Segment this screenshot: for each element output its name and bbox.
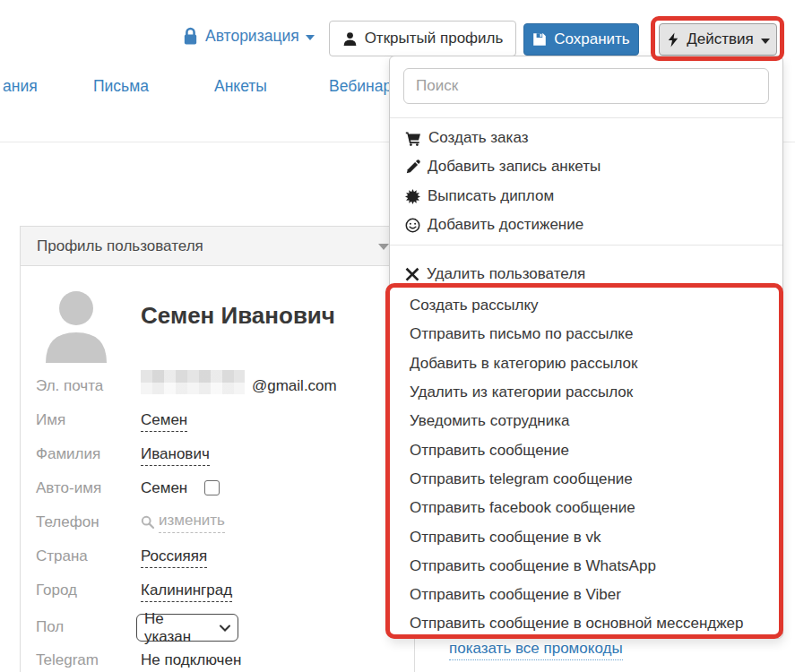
menu-item-add-achievement[interactable]: Добавить достижение [390, 211, 782, 239]
caret-down-icon [306, 35, 315, 40]
menu-item-label: Добавить запись анкеты [428, 158, 601, 176]
menu-item-label: Отправить письмо по рассылке [410, 325, 633, 343]
first-name-label: Имя [36, 411, 65, 429]
save-label: Сохранить [554, 30, 629, 48]
times-icon [405, 267, 419, 281]
menu-item-add-survey-record[interactable]: Добавить запись анкеты [390, 152, 782, 181]
gender-selected-value: Не указан [144, 610, 212, 646]
menu-item-label: Отправить сообщение в WhatsApp [410, 557, 656, 575]
menu-item-label: Отправить сообщение в Viber [410, 586, 621, 604]
divider [390, 117, 782, 118]
chevron-down-icon[interactable] [378, 244, 389, 250]
auto-name-checkbox[interactable] [204, 480, 220, 495]
magnifier-icon [141, 515, 155, 530]
menu-item-label: Отправить telegram сообщение [410, 470, 633, 488]
menu-item-label: Добавить в категорию рассылок [410, 355, 637, 373]
floppy-icon [532, 32, 547, 47]
auto-name-value: Семен [141, 479, 187, 497]
smiley-icon [405, 218, 420, 233]
email-redacted-block [141, 370, 245, 394]
actions-dropdown-menu: Создать заказ Добавить запись анкеты Вып… [389, 56, 783, 639]
gender-select[interactable]: Не указан [136, 614, 238, 642]
save-button[interactable]: Сохранить [523, 23, 639, 56]
email-label: Эл. почта [36, 377, 103, 395]
menu-item-label: Создать рассылку [410, 297, 539, 314]
authorization-label: Авторизация [205, 27, 299, 46]
telegram-label: Telegram [36, 651, 99, 669]
profile-panel-header[interactable]: Профиль пользователя [21, 227, 414, 266]
pencil-icon [405, 159, 420, 175]
phone-change-label: изменить [159, 512, 225, 533]
menu-item-label: Отправить сообщение в vk [410, 529, 601, 547]
lock-icon [182, 27, 199, 46]
menu-item-send-main-messenger-message[interactable]: Отправить сообщение в основной мессендже… [390, 609, 782, 638]
country-label: Страна [36, 547, 88, 565]
actions-button[interactable]: Действия [659, 23, 777, 56]
email-suffix: @gmail.com [252, 377, 337, 395]
menu-item-label: Отправить сообщение [410, 442, 569, 460]
menu-item-create-mailing[interactable]: Создать рассылку [390, 291, 782, 320]
dropdown-search-input[interactable] [403, 68, 769, 104]
open-profile-label: Открытый профиль [365, 30, 504, 47]
open-profile-button[interactable]: Открытый профиль [329, 21, 516, 56]
menu-item-send-facebook-message[interactable]: Отправить facebook сообщение [390, 494, 782, 522]
menu-item-send-letter-by-mailing[interactable]: Отправить письмо по рассылке [390, 320, 782, 349]
cart-icon [405, 131, 421, 146]
menu-item-remove-from-mailing-category[interactable]: Удалить из категории рассылок [390, 378, 782, 407]
menu-item-issue-diploma[interactable]: Выписать диплом [390, 182, 782, 211]
divider [390, 245, 782, 246]
city-value[interactable]: Калининград [141, 582, 232, 599]
avatar [36, 287, 117, 363]
user-full-name: Семен Иванович [141, 302, 335, 330]
last-name-label: Фамилия [36, 445, 100, 463]
menu-item-delete-user[interactable]: Удалить пользователя [390, 260, 782, 289]
last-name-value[interactable]: Иванович [141, 445, 210, 463]
phone-change-link[interactable]: изменить [141, 512, 225, 533]
tab-letters[interactable]: Письма [93, 77, 149, 96]
tab-surveys[interactable]: Анкеты [214, 77, 267, 96]
menu-item-send-whatsapp-message[interactable]: Отправить сообщение в WhatsApp [390, 552, 782, 581]
menu-item-label: Удалить из категории рассылок [410, 383, 633, 401]
menu-item-notify-employee[interactable]: Уведомить сотрудника [390, 407, 782, 435]
show-all-promocodes-link[interactable]: показать все промокоды [449, 640, 623, 660]
menu-item-create-order[interactable]: Создать заказ [390, 124, 782, 152]
menu-item-send-telegram-message[interactable]: Отправить telegram сообщение [390, 465, 782, 494]
city-label: Город [36, 582, 77, 599]
gender-label: Пол [36, 618, 64, 636]
authorization-dropdown[interactable]: Авторизация [182, 27, 315, 46]
phone-label: Телефон [36, 513, 99, 531]
auto-name-label: Авто-имя [36, 479, 101, 497]
menu-item-label: Удалить пользователя [427, 265, 585, 283]
tab-webinars[interactable]: Вебинар [329, 77, 392, 96]
bolt-icon [666, 32, 679, 47]
menu-item-send-message[interactable]: Отправить сообщение [390, 436, 782, 465]
first-name-value[interactable]: Семен [141, 411, 187, 429]
telegram-value: Не подключен [141, 651, 241, 669]
caret-down-icon [761, 39, 770, 44]
tab-cut-left[interactable]: ания [3, 77, 38, 96]
menu-item-label: Выписать диплом [428, 187, 554, 205]
menu-item-label: Добавить достижение [428, 216, 583, 234]
menu-item-label: Отправить сообщение в основной мессендже… [410, 615, 744, 633]
menu-item-label: Уведомить сотрудника [410, 412, 570, 430]
certificate-icon [405, 189, 420, 204]
menu-item-label: Отправить facebook сообщение [410, 499, 635, 517]
crm-user-page: Авторизация Открытый профиль Сохранить [0, 0, 795, 672]
menu-item-label: Создать заказ [428, 129, 528, 147]
menu-item-add-to-mailing-category[interactable]: Добавить в категорию рассылок [390, 349, 782, 378]
menu-item-send-viber-message[interactable]: Отправить сообщение в Viber [390, 581, 782, 609]
profile-panel-title: Профиль пользователя [37, 237, 203, 255]
chevron-down-icon [220, 625, 230, 632]
actions-label: Действия [687, 30, 753, 48]
user-icon [342, 31, 358, 47]
menu-item-send-vk-message[interactable]: Отправить сообщение в vk [390, 523, 782, 552]
country-value[interactable]: Россияяя [141, 547, 207, 565]
